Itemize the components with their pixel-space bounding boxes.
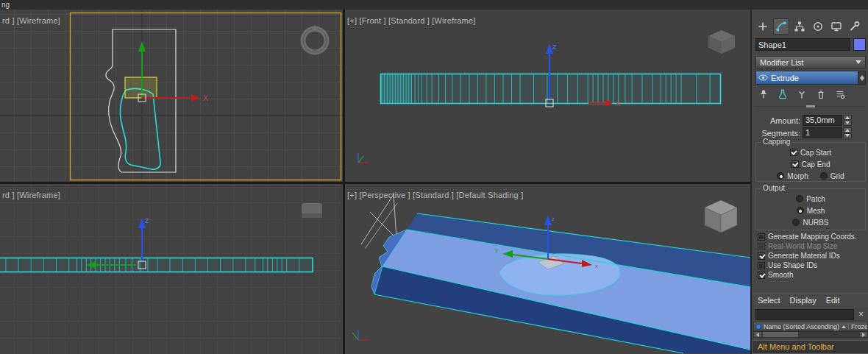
menu-select[interactable]: Select — [758, 296, 780, 305]
scene-explorer-horizontal-scrollbar[interactable] — [753, 331, 868, 338]
display-icon — [830, 21, 842, 32]
name-column-header[interactable]: Name (Sorted Ascending) — [764, 323, 839, 330]
spinner-up-icon[interactable] — [843, 127, 852, 132]
scroll-down-icon[interactable] — [860, 78, 864, 83]
modifier-name: Extrude — [771, 74, 799, 82]
mesh-row[interactable]: Mesh — [756, 205, 865, 216]
shape-spline[interactable] — [120, 88, 160, 169]
scroll-right-icon[interactable] — [860, 332, 867, 337]
close-icon[interactable]: × — [856, 310, 866, 319]
spinner-up-icon[interactable] — [843, 115, 852, 120]
amount-label: Amount: — [752, 116, 800, 125]
generate-material-ids-checkbox[interactable] — [758, 252, 765, 260]
scene-explorer-column-header[interactable]: Name (Sorted Ascending) Frozen — [753, 322, 868, 331]
smooth-checkbox[interactable] — [758, 272, 765, 279]
viewcube-compass[interactable] — [303, 25, 327, 52]
generate-mapping-coords-checkbox[interactable] — [758, 233, 765, 241]
modify-icon — [775, 21, 787, 32]
capping-group-title: Capping — [761, 138, 792, 146]
gizmo-plane-xy[interactable] — [125, 77, 157, 98]
cap-end-row[interactable]: Cap End — [756, 159, 865, 169]
scrollbar-thumb[interactable] — [763, 332, 798, 337]
real-world-map-size-row[interactable]: Real-World Map Size — [758, 241, 867, 251]
modifier-visibility-icon[interactable] — [758, 74, 768, 81]
tab-create[interactable] — [755, 18, 771, 35]
output-options-checklist: Generate Mapping Coords. Real-World Map … — [758, 232, 867, 280]
viewcube[interactable] — [708, 30, 735, 54]
viewcube[interactable] — [705, 200, 737, 233]
modifier-stack-row-extrude[interactable]: Extrude — [756, 71, 858, 84]
menu-edit[interactable]: Edit — [826, 296, 840, 305]
viewport-bottom-left[interactable]: rd ] [Wireframe] Z — [0, 184, 343, 354]
extruded-shape-side[interactable] — [0, 258, 313, 272]
scroll-left-icon[interactable] — [754, 332, 761, 337]
grid-radio-option[interactable]: Grid — [820, 172, 844, 180]
morph-radio[interactable] — [777, 172, 784, 180]
grid-radio[interactable] — [820, 172, 828, 180]
modifier-stack-scrollbar[interactable] — [858, 71, 865, 84]
output-group-title: Output — [761, 184, 787, 192]
morph-radio-option[interactable]: Morph — [777, 172, 808, 180]
patch-row[interactable]: Patch — [756, 194, 865, 204]
rollout-divider[interactable] — [755, 106, 866, 107]
tab-utilities[interactable] — [847, 18, 863, 35]
use-shape-ids-row[interactable]: Use Shape IDs — [758, 261, 867, 270]
amount-field[interactable]: 35,0mm — [803, 115, 842, 126]
tab-motion[interactable] — [810, 18, 826, 35]
tab-hierarchy[interactable] — [791, 18, 808, 35]
menu-display[interactable]: Display — [790, 296, 817, 305]
configure-modifier-sets-button[interactable] — [832, 87, 848, 101]
viewport-bottom-left-label[interactable]: rd ] [Wireframe] — [2, 191, 60, 199]
spinner-down-icon[interactable] — [843, 133, 852, 138]
scene-explorer-search-input[interactable] — [755, 309, 854, 320]
remove-modifier-button[interactable] — [813, 87, 829, 101]
scroll-up-icon[interactable] — [860, 73, 864, 78]
use-shape-ids-checkbox[interactable] — [758, 262, 765, 269]
make-unique-button[interactable] — [794, 87, 810, 101]
mesh-radio[interactable] — [797, 207, 804, 214]
spinner-down-icon[interactable] — [843, 121, 852, 126]
mesh-label: Mesh — [807, 207, 825, 215]
object-color-swatch[interactable] — [853, 38, 866, 51]
tab-display[interactable] — [828, 18, 844, 35]
nurbs-radio[interactable] — [792, 219, 800, 226]
gizmo-axis-z[interactable]: Z — [138, 217, 149, 262]
nurbs-row[interactable]: NURBS — [756, 217, 865, 227]
rollout-grip[interactable] — [806, 105, 815, 107]
modifier-list-dropdown[interactable]: Modifier List — [755, 56, 866, 68]
viewcube[interactable] — [302, 203, 322, 218]
viewport-top-left-label[interactable]: rd ] [Wireframe] — [2, 16, 60, 25]
object-name-field[interactable] — [755, 38, 850, 51]
world-axis-tripod — [358, 153, 368, 163]
cap-start-checkbox[interactable] — [790, 149, 797, 156]
generate-material-ids-row[interactable]: Generate Material IDs — [758, 251, 867, 261]
segments-spinner[interactable] — [843, 127, 852, 138]
column-divider[interactable] — [848, 323, 849, 330]
cap-end-checkbox[interactable] — [791, 160, 799, 168]
alt-menu-toolbar-caption[interactable]: Alt Menu and Toolbar — [752, 340, 868, 354]
generate-mapping-coords-row[interactable]: Generate Mapping Coords. — [758, 232, 867, 241]
menu-bar[interactable]: ng — [0, 0, 868, 10]
smooth-row[interactable]: Smooth — [758, 270, 867, 280]
scene-explorer-search-row: × — [755, 308, 866, 320]
axis-z-label: Z — [552, 43, 557, 51]
viewport-top-right-front[interactable]: [+] [Front ] [Standard ] [Wireframe] Z X — [345, 10, 750, 182]
make-unique-icon — [797, 89, 807, 99]
patch-label: Patch — [806, 195, 825, 203]
world-axis-tripod — [352, 330, 369, 340]
segments-field[interactable]: 1 — [803, 127, 842, 138]
amount-spinner[interactable] — [843, 115, 852, 126]
cap-start-row[interactable]: Cap Start — [756, 147, 865, 157]
real-world-map-size-checkbox[interactable] — [758, 243, 765, 250]
show-end-result-button[interactable] — [775, 87, 791, 101]
viewport-top-right-label[interactable]: [+] [Front ] [Standard ] [Wireframe] — [347, 16, 475, 25]
pin-stack-button[interactable] — [755, 87, 772, 101]
viewport-area: rd ] [Wireframe] X — [0, 10, 750, 354]
frozen-column-header[interactable]: Frozen — [851, 323, 868, 330]
viewport-bottom-right-perspective[interactable]: [+] [Perspective ] [Standard ] [Default … — [345, 184, 750, 354]
tab-modify[interactable] — [773, 18, 789, 35]
smooth-label: Smooth — [768, 271, 793, 279]
viewport-top-left[interactable]: rd ] [Wireframe] X — [0, 10, 343, 182]
viewport-bottom-right-label[interactable]: [+] [Perspective ] [Standard ] [Default … — [347, 191, 523, 199]
patch-radio[interactable] — [796, 195, 803, 202]
